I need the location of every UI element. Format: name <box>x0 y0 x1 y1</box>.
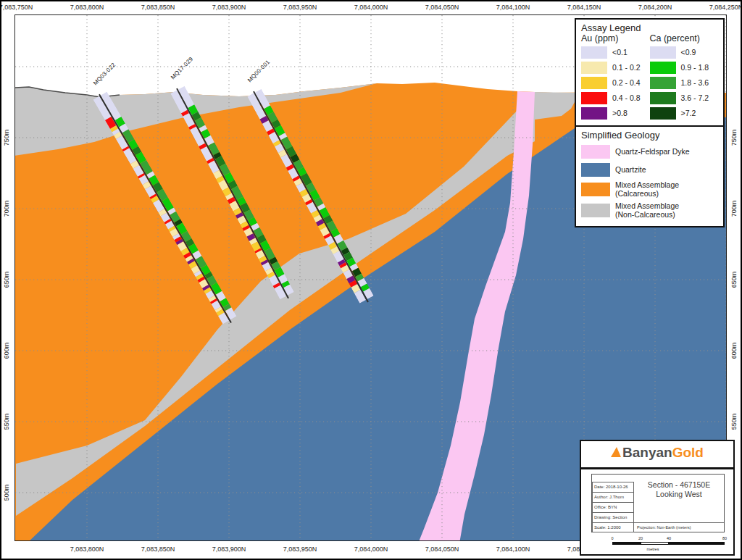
scale-bar-segment <box>612 542 641 545</box>
au-legend-row: 0.2 - 0.4 <box>581 77 650 89</box>
title-block-fields-area: Date: 2018-10-26Author: J.ThomOffice: BY… <box>591 474 725 532</box>
drillhole-label-MQ03-022: MQ03-022 <box>92 62 117 87</box>
projection-note: Projection: Non-Earth (meters) <box>634 522 724 532</box>
assay-legend-ca-column: Ca (percent) <0.90.9 - 1.81.8 - 3.63.6 -… <box>650 33 719 122</box>
title-block-field-office: Office: BYN <box>592 502 634 512</box>
ca-legend-row-swatch <box>650 92 676 104</box>
ca-legend-row-label: 0.9 - 1.8 <box>681 64 709 72</box>
geology-legend-row-label: Mixed Assemblage(Calcareous) <box>615 181 679 198</box>
au-legend-row-swatch <box>581 77 607 89</box>
scale-bar: 0204080metres <box>581 536 736 555</box>
title-block: BanyanGold Date: 2018-10-26Author: J.Tho… <box>580 440 735 556</box>
ca-legend-row: 3.6 - 7.2 <box>650 92 719 104</box>
ca-column-title: Ca (percent) <box>650 33 719 43</box>
section-title-line2: Looking West <box>634 490 724 499</box>
au-legend-row-swatch <box>581 107 607 120</box>
ca-legend-row: >7.2 <box>650 107 719 120</box>
assay-legend-au-column: Au (ppm) <0.10.1 - 0.20.2 - 0.40.4 - 0.8… <box>581 33 650 122</box>
assay-strip-ca <box>101 92 236 320</box>
geology-legend-row-swatch <box>581 183 610 196</box>
ca-legend-row-swatch <box>650 107 676 120</box>
legend-box: Assay Legend Au (ppm) <0.10.1 - 0.20.2 -… <box>575 18 725 227</box>
mountain-logo-icon <box>611 447 621 457</box>
ca-legend-row-swatch <box>650 77 676 89</box>
au-legend-row-label: >0.8 <box>612 109 628 118</box>
ca-legend-row: <0.9 <box>650 46 719 59</box>
scale-bar-tick: 20 <box>638 536 643 540</box>
geology-legend-row: Mixed Assemblage(Calcareous) <box>581 181 718 198</box>
scale-bar-segment <box>641 542 669 545</box>
geology-legend: Simplified Geology Quartz-Feldspar DykeQ… <box>576 127 723 226</box>
geology-legend-row: Quartzite <box>581 163 718 177</box>
ca-legend-row-label: <0.9 <box>681 49 696 57</box>
title-block-divider <box>581 467 733 469</box>
au-legend-row-swatch <box>581 92 607 104</box>
ca-legend-row: 1.8 - 3.6 <box>650 77 719 89</box>
geology-legend-row-label: Quartz-Feldspar Dyke <box>615 148 690 156</box>
assay-strip-au <box>93 96 229 325</box>
title-block-field-drawing: Drawing: Section <box>592 512 634 522</box>
au-legend-row-label: 0.2 - 0.4 <box>612 79 641 88</box>
ca-legend-row-label: >7.2 <box>681 109 696 118</box>
geology-legend-row-swatch <box>581 145 610 159</box>
title-block-field-date: Date: 2018-10-26 <box>592 482 634 492</box>
title-block-field-scale: Scale: 1:2000 <box>592 522 634 532</box>
section-title: Section - 467150E Looking West <box>634 480 724 499</box>
drillhole-label-MQ00-001: MQ00-001 <box>246 59 272 84</box>
logo-text-gold: Gold <box>672 445 704 460</box>
scale-bar-segment <box>669 542 725 545</box>
au-legend-row-label: <0.1 <box>612 49 628 57</box>
geology-legend-row: Mixed Assemblage(Non-Calcareous) <box>581 202 718 219</box>
ca-legend-row: 0.9 - 1.8 <box>650 62 719 74</box>
geology-legend-row-swatch <box>581 204 610 217</box>
assay-legend: Assay Legend Au (ppm) <0.10.1 - 0.20.2 -… <box>576 20 723 127</box>
au-legend-row: 0.4 - 0.8 <box>581 92 650 104</box>
scale-bar-tick: 80 <box>722 536 727 540</box>
au-legend-row-label: 0.1 - 0.2 <box>612 64 641 72</box>
geology-legend-title: Simplified Geology <box>581 130 718 141</box>
au-legend-row: <0.1 <box>581 46 650 59</box>
ca-legend-row-swatch <box>650 46 676 59</box>
au-legend-row-swatch <box>581 62 607 74</box>
au-legend-row-label: 0.4 - 0.8 <box>612 94 641 103</box>
banyan-gold-logo: BanyanGold <box>581 445 733 465</box>
ca-legend-row-swatch <box>650 62 676 74</box>
au-column-title: Au (ppm) <box>581 33 650 43</box>
geology-legend-row: Quartz-Feldspar Dyke <box>581 145 718 159</box>
au-legend-row: >0.8 <box>581 107 650 120</box>
logo-text-banyan: Banyan <box>622 445 672 460</box>
drillhole-MQ03-022 <box>93 92 237 325</box>
section-title-line1: Section - 467150E <box>634 480 724 490</box>
scale-bar-unit: metres <box>581 547 725 551</box>
geological-section-page: { "section": { "title_line1": "Section -… <box>0 0 742 560</box>
ca-legend-row-label: 3.6 - 7.2 <box>681 94 709 103</box>
title-block-field-author: Author: J.Thom <box>592 492 634 502</box>
scale-bar-tick: 0 <box>611 536 613 540</box>
geology-legend-row-swatch <box>581 163 610 177</box>
drillhole-label-MQ17-029: MQ17-029 <box>170 56 195 81</box>
au-legend-row-swatch <box>581 46 607 59</box>
assay-legend-title: Assay Legend <box>581 22 718 33</box>
geology-legend-row-label: Mixed Assemblage(Non-Calcareous) <box>615 202 679 219</box>
ca-legend-row-label: 1.8 - 3.6 <box>681 79 709 88</box>
au-legend-row: 0.1 - 0.2 <box>581 62 650 74</box>
scale-bar-tick: 40 <box>667 536 671 540</box>
geology-legend-row-label: Quartzite <box>615 166 646 175</box>
